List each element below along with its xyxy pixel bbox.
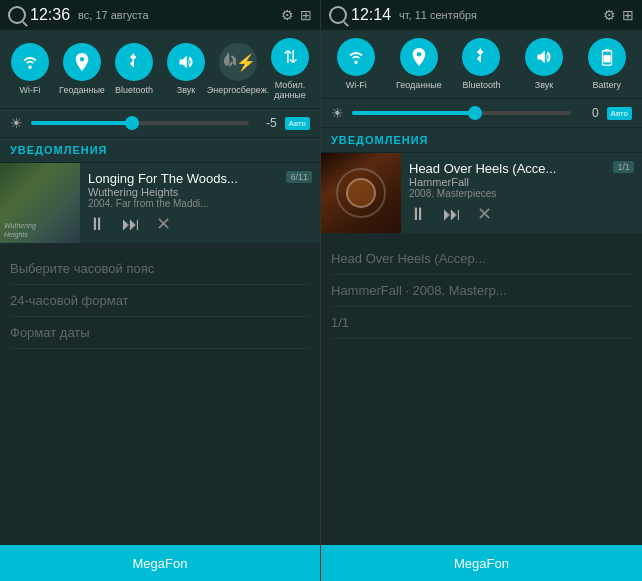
right-toggle-wifi[interactable]: Wi-Fi <box>330 38 382 90</box>
left-music-info: 6/11 Longing For The Woods... Wuthering … <box>80 163 320 243</box>
left-wifi-label: Wi-Fi <box>20 85 41 95</box>
left-settings-icon[interactable]: ⚙ <box>281 7 294 23</box>
right-battery-label: Battery <box>592 80 621 90</box>
right-close-btn[interactable]: ✕ <box>477 203 492 225</box>
right-brightness-slider[interactable] <box>352 111 571 115</box>
left-time: 12:36 <box>30 6 70 24</box>
right-quick-toggles: Wi-Fi Геоданные Bluetooth Звук Battery <box>321 30 642 98</box>
left-music-counter: 6/11 <box>286 171 312 183</box>
left-power-circle: ⚡ <box>219 43 257 81</box>
left-brightness-slider[interactable] <box>31 121 249 125</box>
right-brightness-value: 0 <box>579 106 599 120</box>
right-settings-icon[interactable]: ⚙ <box>603 7 616 23</box>
left-notifications-header: УВЕДОМЛЕНИЯ <box>0 137 320 162</box>
left-toggle-geo[interactable]: Геоданные <box>56 43 108 95</box>
left-grid-icon[interactable]: ⊞ <box>300 7 312 23</box>
right-bluetooth-label: Bluetooth <box>462 80 500 90</box>
left-slider-thumb <box>125 116 139 130</box>
right-below-text-1: Head Over Heels (Accep... <box>331 243 632 275</box>
left-toggle-sound[interactable]: Звук <box>160 43 212 95</box>
right-bluetooth-circle <box>462 38 500 76</box>
left-music-card: WutheringHeights 6/11 Longing For The Wo… <box>0 162 320 243</box>
right-toggle-geo[interactable]: Геоданные <box>393 38 445 90</box>
right-below-text-2: HammerFall · 2008. Masterp... <box>331 275 632 307</box>
left-music-album: 2004. Far from the Maddi... <box>88 198 312 209</box>
left-music-artist: Wuthering Heights <box>88 186 312 198</box>
right-geo-label: Геоданные <box>396 80 442 90</box>
right-phone-panel: 12:14 чт, 11 сентября ⚙ ⊞ Wi-Fi Геоданны… <box>321 0 642 581</box>
left-brightness-icon: ☀ <box>10 115 23 131</box>
left-slider-fill <box>31 121 129 125</box>
left-mobile-circle: ⇅ <box>271 38 309 76</box>
left-search-icon[interactable] <box>8 6 26 24</box>
right-time: 12:14 <box>351 6 391 24</box>
left-wifi-circle <box>11 43 49 81</box>
left-date: вс, 17 августа <box>78 9 149 21</box>
left-skip-btn[interactable]: ⏭ <box>122 214 140 235</box>
right-toggle-battery[interactable]: Battery <box>581 38 633 90</box>
right-below-notification: Head Over Heels (Accep... HammerFall · 2… <box>321 233 642 545</box>
left-toggle-bluetooth[interactable]: Bluetooth <box>108 43 160 95</box>
left-play-pause-btn[interactable]: ⏸ <box>88 214 106 235</box>
right-sound-circle <box>525 38 563 76</box>
left-power-label: Энергосбереж. <box>207 85 270 95</box>
right-auto-btn[interactable]: Авто <box>607 107 632 120</box>
right-brightness-icon: ☀ <box>331 105 344 121</box>
left-album-art: WutheringHeights <box>0 163 80 243</box>
right-music-title: Head Over Heels (Acce... <box>409 161 634 176</box>
left-quick-toggles: Wi-Fi Геоданные Bluetooth Звук ⚡ Эне <box>0 30 320 108</box>
right-slider-thumb <box>468 106 482 120</box>
right-status-right: ⚙ ⊞ <box>603 7 634 23</box>
right-brightness-bar: ☀ 0 Авто <box>321 98 642 127</box>
right-music-album: 2008. Masterpieces <box>409 188 634 199</box>
right-wifi-circle <box>337 38 375 76</box>
left-below-text-1: Выберите часовой пояс <box>10 253 310 285</box>
right-sound-label: Звук <box>535 80 553 90</box>
right-play-pause-btn[interactable]: ⏸ <box>409 204 427 225</box>
left-bluetooth-circle <box>115 43 153 81</box>
right-album-art <box>321 153 401 233</box>
right-music-counter: 1/1 <box>613 161 634 173</box>
right-grid-icon[interactable]: ⊞ <box>622 7 634 23</box>
left-status-left: 12:36 вс, 17 августа <box>8 6 149 24</box>
left-music-controls: ⏸ ⏭ ✕ <box>88 213 312 235</box>
right-music-controls: ⏸ ⏭ ✕ <box>409 203 634 225</box>
right-status-left: 12:14 чт, 11 сентября <box>329 6 477 24</box>
left-below-text-2: 24-часовой формат <box>10 285 310 317</box>
right-battery-circle <box>588 38 626 76</box>
left-carrier-label: MegaFon <box>133 556 188 571</box>
left-sound-circle <box>167 43 205 81</box>
left-bottom-bar: MegaFon <box>0 545 320 581</box>
right-below-text-3: 1/1 <box>331 307 632 339</box>
right-toggle-sound[interactable]: Звук <box>518 38 570 90</box>
left-toggle-mobile[interactable]: ⇅ Мобил. данные <box>264 38 316 100</box>
right-music-artist: HammerFall <box>409 176 634 188</box>
right-date: чт, 11 сентября <box>399 9 477 21</box>
right-toggle-bluetooth[interactable]: Bluetooth <box>455 38 507 90</box>
left-toggle-wifi[interactable]: Wi-Fi <box>4 43 56 95</box>
left-brightness-value: -5 <box>257 116 277 130</box>
left-auto-btn[interactable]: Авто <box>285 117 310 130</box>
left-close-btn[interactable]: ✕ <box>156 213 171 235</box>
right-skip-btn[interactable]: ⏭ <box>443 204 461 225</box>
svg-rect-2 <box>603 55 610 62</box>
left-below-text-3: Формат даты <box>10 317 310 349</box>
left-mobile-label: Мобил. данные <box>264 80 316 100</box>
right-carrier-label: MegaFon <box>454 556 509 571</box>
right-music-card: 1/1 Head Over Heels (Acce... HammerFall … <box>321 152 642 233</box>
right-notifications-header: УВЕДОМЛЕНИЯ <box>321 127 642 152</box>
left-geo-circle <box>63 43 101 81</box>
right-search-icon[interactable] <box>329 6 347 24</box>
right-status-bar: 12:14 чт, 11 сентября ⚙ ⊞ <box>321 0 642 30</box>
right-geo-circle <box>400 38 438 76</box>
left-toggle-power[interactable]: ⚡ Энергосбереж. <box>212 43 264 95</box>
right-wifi-label: Wi-Fi <box>346 80 367 90</box>
left-below-notification: Выберите часовой пояс 24-часовой формат … <box>0 243 320 545</box>
left-sound-label: Звук <box>177 85 195 95</box>
left-bluetooth-label: Bluetooth <box>115 85 153 95</box>
left-geo-label: Геоданные <box>59 85 105 95</box>
left-brightness-bar: ☀ -5 Авто <box>0 108 320 137</box>
right-bottom-bar: MegaFon <box>321 545 642 581</box>
svg-rect-1 <box>604 49 609 52</box>
left-status-right: ⚙ ⊞ <box>281 7 312 23</box>
